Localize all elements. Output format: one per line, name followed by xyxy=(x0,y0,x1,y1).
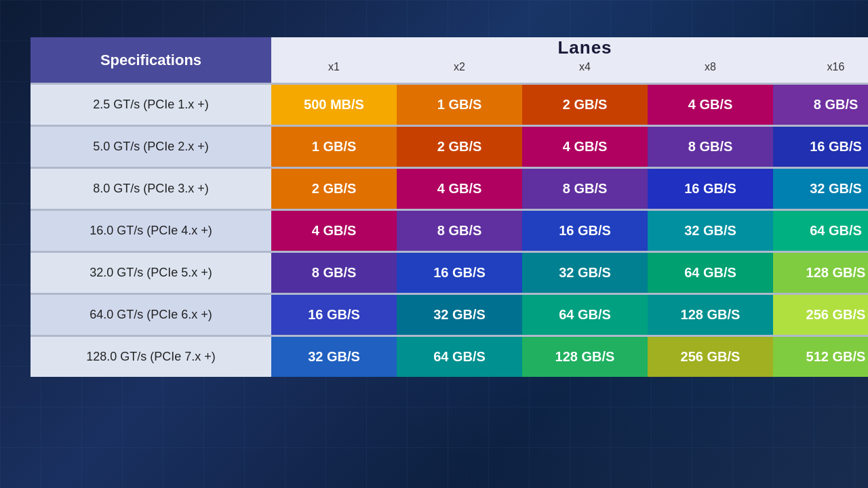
value-cell: 32 GB/S xyxy=(397,294,522,336)
value-cell: 256 GB/S xyxy=(648,336,773,378)
spec-cell: 5.0 GT/s (PCIe 2.x +) xyxy=(31,126,271,168)
value-cell: 32 GB/S xyxy=(648,210,773,252)
spec-column-header: Specifications xyxy=(31,37,271,84)
value-cell: 128 GB/S xyxy=(773,252,868,294)
value-cell: 256 GB/S xyxy=(773,294,868,336)
table-row: 16.0 GT/s (PCIe 4.x +) 4 GB/S 8 GB/S 16 … xyxy=(31,210,868,252)
lane-x4-header: x4 xyxy=(522,58,648,84)
value-cell: 32 GB/S xyxy=(522,252,648,294)
value-cell: 8 GB/S xyxy=(648,126,773,168)
value-cell: 64 GB/S xyxy=(397,336,522,378)
specs-table: Specifications Lanes x1 x2 x4 x8 x16 2.5… xyxy=(31,37,868,377)
value-cell: 4 GB/S xyxy=(648,84,773,126)
value-cell: 16 GB/S xyxy=(773,126,868,168)
spec-cell: 8.0 GT/s (PCIe 3.x +) xyxy=(31,168,271,210)
value-cell: 8 GB/S xyxy=(397,210,522,252)
lane-x16-header: x16 xyxy=(773,58,868,84)
value-cell: 32 GB/S xyxy=(271,336,397,378)
value-cell: 500 MB/S xyxy=(271,84,397,126)
table-row: 8.0 GT/s (PCIe 3.x +) 2 GB/S 4 GB/S 8 GB… xyxy=(31,168,868,210)
header-row: Specifications Lanes xyxy=(31,37,868,58)
value-cell: 512 GB/S xyxy=(773,336,868,378)
value-cell: 2 GB/S xyxy=(522,84,648,126)
lane-x2-header: x2 xyxy=(397,58,522,84)
value-cell: 32 GB/S xyxy=(773,168,868,210)
table-row: 5.0 GT/s (PCIe 2.x +) 1 GB/S 2 GB/S 4 GB… xyxy=(31,126,868,168)
value-cell: 16 GB/S xyxy=(522,210,648,252)
value-cell: 1 GB/S xyxy=(397,84,522,126)
value-cell: 4 GB/S xyxy=(271,210,397,252)
spec-cell: 128.0 GT/s (PCIe 7.x +) xyxy=(31,336,271,378)
value-cell: 128 GB/S xyxy=(648,294,773,336)
value-cell: 128 GB/S xyxy=(522,336,648,378)
spec-cell: 64.0 GT/s (PCIe 6.x +) xyxy=(31,294,271,336)
value-cell: 64 GB/S xyxy=(522,294,648,336)
value-cell: 1 GB/S xyxy=(271,126,397,168)
value-cell: 16 GB/S xyxy=(648,168,773,210)
spec-cell: 2.5 GT/s (PCIe 1.x +) xyxy=(31,84,271,126)
spec-cell: 16.0 GT/s (PCIe 4.x +) xyxy=(31,210,271,252)
value-cell: 16 GB/S xyxy=(271,294,397,336)
value-cell: 4 GB/S xyxy=(397,168,522,210)
table-container: Specifications Lanes x1 x2 x4 x8 x16 2.5… xyxy=(31,37,868,377)
value-cell: 4 GB/S xyxy=(522,126,648,168)
value-cell: 8 GB/S xyxy=(271,252,397,294)
value-cell: 64 GB/S xyxy=(648,252,773,294)
value-cell: 8 GB/S xyxy=(522,168,648,210)
value-cell: 2 GB/S xyxy=(271,168,397,210)
value-cell: 2 GB/S xyxy=(397,126,522,168)
lanes-column-header: Lanes xyxy=(271,37,868,58)
lane-x1-header: x1 xyxy=(271,58,397,84)
value-cell: 16 GB/S xyxy=(397,252,522,294)
lane-x8-header: x8 xyxy=(648,58,773,84)
spec-cell: 32.0 GT/s (PCIe 5.x +) xyxy=(31,252,271,294)
table-row: 32.0 GT/s (PCIe 5.x +) 8 GB/S 16 GB/S 32… xyxy=(31,252,868,294)
table-row: 2.5 GT/s (PCIe 1.x +) 500 MB/S 1 GB/S 2 … xyxy=(31,84,868,126)
table-row: 64.0 GT/s (PCIe 6.x +) 16 GB/S 32 GB/S 6… xyxy=(31,294,868,336)
table-row: 128.0 GT/s (PCIe 7.x +) 32 GB/S 64 GB/S … xyxy=(31,336,868,378)
value-cell: 8 GB/S xyxy=(773,84,868,126)
value-cell: 64 GB/S xyxy=(773,210,868,252)
